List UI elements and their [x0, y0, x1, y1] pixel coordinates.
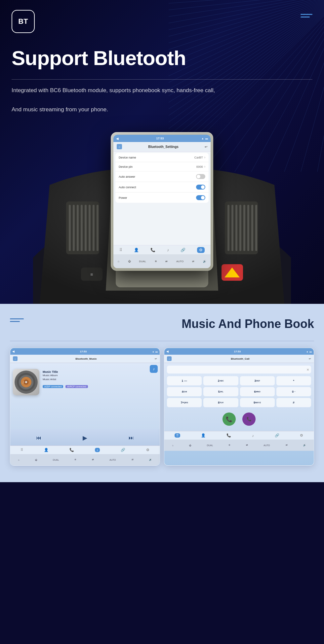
svg-rect-57 — [255, 205, 257, 251]
svg-line-36 — [317, 0, 324, 172]
music-artist: Music Artist — [43, 377, 89, 381]
phone-home-btn[interactable]: ⌂ — [167, 356, 172, 361]
dial-3[interactable]: 3DEF — [240, 376, 275, 385]
sys-power[interactable]: ⏻ — [128, 260, 131, 263]
settings-row-device-pin[interactable]: Device pin 0000 › — [115, 162, 209, 171]
dial-1[interactable]: 1 — — [167, 376, 202, 385]
settings-row-power[interactable]: Power — [115, 193, 209, 203]
svg-rect-44 — [81, 205, 83, 251]
phone-nav-contacts[interactable]: 👤 — [201, 433, 206, 438]
dial-9[interactable]: 9WXYZ — [240, 398, 275, 407]
call-buttons: 📞 📞 — [167, 410, 311, 428]
music-back-btn[interactable]: ↩ — [155, 357, 157, 360]
music-home-btn[interactable]: ⌂ — [13, 356, 18, 361]
nav-phone[interactable]: 📞 — [150, 248, 155, 252]
sys-home[interactable]: ⌂ — [118, 260, 119, 263]
sys-fan[interactable]: ❄ — [155, 260, 157, 263]
auto-connect-toggle[interactable] — [196, 185, 205, 190]
phone-sys-vol[interactable]: 🔊 — [303, 444, 306, 447]
next-button[interactable]: ⏭ — [129, 435, 134, 441]
music-sys-ac[interactable]: ⇄ — [92, 458, 94, 461]
music-sys-power[interactable]: ⏻ — [35, 459, 37, 461]
power-toggle[interactable] — [196, 195, 205, 200]
phone-sys-home[interactable]: ⌂ — [172, 444, 173, 447]
prev-button[interactable]: ⏮ — [36, 435, 41, 441]
nav-apps[interactable]: ⠿ — [119, 248, 122, 252]
music-nav-phone[interactable]: 📞 — [69, 448, 74, 452]
dial-5[interactable]: 5JKL — [203, 387, 238, 396]
music-nav-contacts[interactable]: 👤 — [44, 448, 49, 452]
car-mockup: ≡ ◀ 17:53 ▲ ▬ — [33, 119, 291, 304]
auto-connect-label: Auto connect — [119, 186, 136, 189]
screen-content: ◀ 17:53 ▲ ▬ ⌂ Bluetooth_Settings ↩ — [113, 135, 211, 268]
menu-icon[interactable] — [301, 14, 312, 18]
settings-row-device-name[interactable]: Device name CarBT › — [115, 153, 209, 162]
hamburger-icon[interactable] — [10, 318, 24, 322]
music-nav-apps[interactable]: ⠿ — [20, 448, 23, 452]
dial-6[interactable]: 6MNO — [240, 387, 275, 396]
music-sys-fan[interactable]: ❄ — [74, 458, 76, 461]
svg-rect-46 — [89, 205, 91, 251]
device-name-label: Device name — [119, 156, 136, 159]
screen-home-button[interactable]: ⌂ — [117, 144, 122, 149]
phone-panel-status: ▲ ▬ — [306, 350, 312, 353]
svg-line-10 — [169, 0, 324, 56]
phone-panel-back[interactable]: ◀ — [166, 350, 169, 353]
phone-nav-music[interactable]: ♪ — [252, 434, 254, 438]
screen-status-bar: ◀ 17:53 ▲ ▬ — [113, 135, 211, 142]
phone-sys-mode[interactable]: ⇌ — [286, 444, 288, 447]
dial-7[interactable]: 7PQRS — [167, 398, 202, 407]
sys-mode[interactable]: ⇌ — [192, 260, 194, 263]
music-nav-link[interactable]: 🔗 — [121, 448, 125, 452]
phone-nav-settings[interactable]: ⚙ — [300, 433, 303, 438]
end-call-button[interactable]: 📞 — [242, 412, 256, 426]
music-nav-settings[interactable]: ⚙ — [146, 448, 149, 452]
answer-call-button[interactable]: 📞 — [223, 412, 236, 426]
end-call-icon: 📞 — [247, 417, 252, 421]
phone-nav-apps[interactable]: ⠿ — [175, 433, 180, 438]
sys-ac[interactable]: ⇄ — [165, 260, 168, 263]
dial-8[interactable]: 8TUV — [203, 398, 238, 407]
phone-nav-link[interactable]: 🔗 — [275, 433, 279, 438]
phone-sys-fan[interactable]: ❄ — [228, 444, 230, 447]
sys-volume[interactable]: 🔊 — [203, 260, 206, 263]
svg-rect-43 — [77, 205, 79, 251]
avrcp-badge: AVRCP connected — [65, 385, 88, 388]
dial-hash[interactable]: # — [276, 398, 311, 407]
music-panel-back[interactable]: ◀ — [12, 350, 15, 353]
svg-rect-55 — [247, 205, 249, 251]
svg-rect-45 — [85, 205, 87, 251]
nav-contacts[interactable]: 👤 — [134, 248, 139, 252]
svg-line-9 — [169, 0, 324, 50]
dial-4[interactable]: 4GHI — [167, 387, 202, 396]
nav-music[interactable]: ♪ — [167, 248, 169, 252]
music-sys-vol[interactable]: 🔊 — [149, 458, 152, 461]
phone-panel-title: Bluetooth_Call — [231, 357, 249, 360]
dial-0[interactable]: 0 · — [276, 387, 311, 396]
play-button[interactable]: ▶ — [80, 433, 90, 443]
music-nav-music[interactable]: ♪ — [95, 448, 100, 452]
nav-settings[interactable]: ⚙ — [197, 247, 205, 253]
phone-sys-power[interactable]: ⏻ — [189, 444, 191, 447]
phone-sys-ac[interactable]: ⇄ — [246, 444, 248, 447]
music-sys-home[interactable]: ⌂ — [18, 459, 19, 461]
auto-answer-toggle[interactable] — [196, 174, 205, 179]
bt-logo: BT — [12, 10, 35, 33]
phone-status-arrow: ▲ — [306, 350, 308, 353]
phone-back-btn[interactable]: ↩ — [309, 357, 311, 360]
album-art: ♪ — [13, 369, 39, 395]
nav-link[interactable]: 🔗 — [181, 248, 185, 252]
screen-back-area: ◀ — [116, 137, 119, 140]
screen-status-icons: ▲ ▬ — [201, 137, 208, 140]
phone-nav-phone[interactable]: 📞 — [226, 433, 231, 438]
settings-row-auto-answer[interactable]: Auto answer — [115, 171, 209, 182]
screen-back-button[interactable]: ↩ — [205, 145, 207, 149]
hero-divider — [12, 79, 312, 80]
music-sys-mode[interactable]: ⇌ — [132, 458, 134, 461]
screen-header-title: Bluetooth_Settings — [148, 145, 179, 149]
settings-row-auto-connect[interactable]: Auto connect — [115, 182, 209, 193]
svg-line-5 — [169, 0, 324, 23]
dial-2[interactable]: 2ABC — [203, 376, 238, 385]
dial-star[interactable]: * — [276, 376, 311, 385]
clear-icon[interactable]: ✕ — [306, 368, 309, 372]
